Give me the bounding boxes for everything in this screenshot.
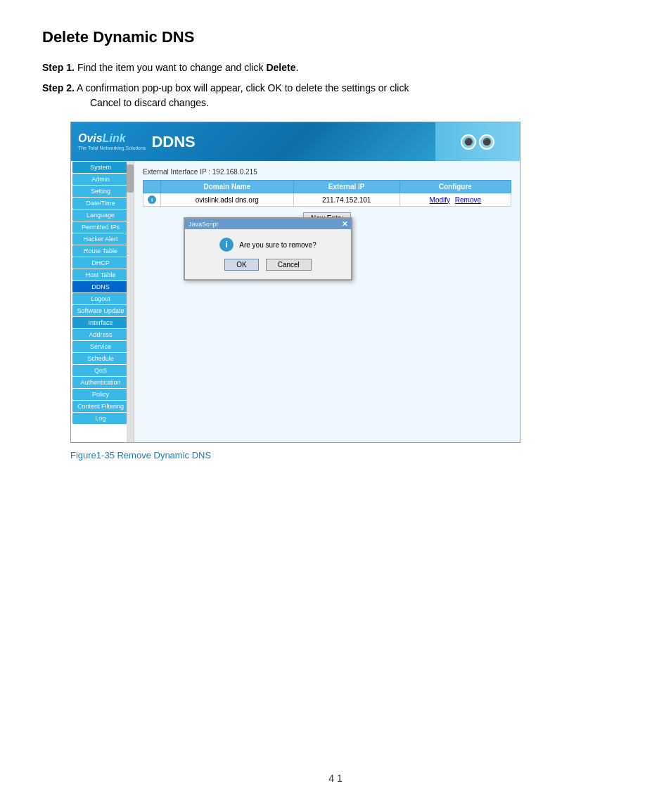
sidebar-item-hacker-alert[interactable]: Hacker Alert bbox=[72, 233, 129, 245]
row-info-icon: i bbox=[148, 195, 156, 204]
sidebar-item-dhcp[interactable]: DHCP bbox=[72, 257, 129, 269]
javascript-popup: JavaScript ✕ i Are you sure to remove? O… bbox=[184, 217, 352, 281]
sidebar-item-route-table[interactable]: Route Table bbox=[72, 245, 129, 257]
sidebar-item-content-filtering[interactable]: Content Filtering bbox=[72, 401, 129, 412]
popup-title: JavaScript bbox=[188, 221, 218, 228]
step1-text: Find the item you want to change and cli… bbox=[77, 60, 298, 75]
sidebar-item-software-update[interactable]: Software Update bbox=[72, 305, 129, 316]
popup-message-text: Are you sure to remove? bbox=[239, 241, 317, 249]
col-icon-header bbox=[143, 181, 161, 193]
popup-info-icon: i bbox=[219, 238, 234, 252]
logo-ovis: Ovis bbox=[78, 132, 103, 144]
globe-icons: ⚫ ⚫ bbox=[461, 134, 494, 150]
popup-buttons: OK Cancel bbox=[224, 259, 312, 271]
sidebar-item-qos[interactable]: QoS bbox=[72, 365, 129, 376]
configure-cell: Modify Remove bbox=[400, 193, 511, 207]
sidebar-item-interface[interactable]: Interface bbox=[72, 317, 129, 328]
external-ip: External Interface IP : 192.168.0.215 bbox=[143, 168, 511, 176]
content-area: External Interface IP : 192.168.0.215 Do… bbox=[134, 161, 520, 442]
ovis-header: OvisLink The Total Networking Solutions … bbox=[71, 122, 520, 161]
logo-sub: The Total Networking Solutions bbox=[78, 146, 146, 150]
figure-caption: Figure1-35 Remove Dynamic DNS bbox=[70, 450, 629, 460]
sidebar: System Admin Setting Date/Time Language … bbox=[71, 161, 134, 442]
step2: Step 2. A confirmation pop-up box will a… bbox=[42, 81, 629, 110]
domain-name-cell: ovislink.adsl dns.org bbox=[161, 193, 294, 207]
step2-line2: Cancel to discard changes. bbox=[90, 96, 629, 110]
sidebar-item-authentication[interactable]: Authentication bbox=[72, 377, 129, 388]
page-title: Delete Dynamic DNS bbox=[42, 28, 629, 46]
sidebar-scrollbar[interactable] bbox=[127, 161, 134, 442]
sidebar-item-ddns[interactable]: DDNS bbox=[72, 281, 129, 292]
sidebar-item-system[interactable]: System bbox=[72, 162, 129, 173]
row-icon-cell: i bbox=[143, 193, 161, 207]
external-ip-cell: 211.74.152.101 bbox=[293, 193, 400, 207]
screenshot-container: OvisLink The Total Networking Solutions … bbox=[70, 122, 520, 443]
sidebar-item-log[interactable]: Log bbox=[72, 413, 129, 424]
screenshot-body: System Admin Setting Date/Time Language … bbox=[71, 161, 520, 442]
step2-text: A confirmation pop-up box will appear, c… bbox=[77, 82, 409, 94]
modify-link[interactable]: Modify bbox=[430, 196, 450, 204]
table-row: i ovislink.adsl dns.org 211.74.152.101 M… bbox=[143, 193, 511, 207]
popup-message: i Are you sure to remove? bbox=[219, 238, 317, 252]
sidebar-item-schedule[interactable]: Schedule bbox=[72, 353, 129, 364]
step1: Step 1. Find the item you want to change… bbox=[42, 60, 629, 75]
ddns-table: Domain Name External IP Configure i ovis… bbox=[143, 180, 511, 207]
sidebar-item-datetime[interactable]: Date/Time bbox=[72, 198, 129, 209]
sidebar-item-logout[interactable]: Logout bbox=[72, 293, 129, 304]
col-external-ip: External IP bbox=[293, 181, 400, 193]
globe-icon-1: ⚫ bbox=[461, 134, 476, 150]
sidebar-item-setting[interactable]: Setting bbox=[72, 186, 129, 197]
ovis-logo: OvisLink The Total Networking Solutions bbox=[78, 133, 146, 150]
col-domain-name: Domain Name bbox=[161, 181, 294, 193]
globe-icon-2: ⚫ bbox=[479, 134, 494, 150]
page-number: 4 1 bbox=[0, 773, 671, 784]
header-ddns-label: DDNS bbox=[151, 133, 195, 151]
remove-link[interactable]: Remove bbox=[455, 196, 481, 204]
sidebar-scroll-thumb[interactable] bbox=[127, 165, 134, 193]
step2-label: Step 2. bbox=[42, 82, 75, 94]
sidebar-item-host-table[interactable]: Host Table bbox=[72, 269, 129, 281]
sidebar-item-admin[interactable]: Admin bbox=[72, 174, 129, 185]
sidebar-item-language[interactable]: Language bbox=[72, 210, 129, 221]
step1-label: Step 1. bbox=[42, 60, 75, 75]
popup-ok-button[interactable]: OK bbox=[224, 259, 258, 271]
popup-titlebar: JavaScript ✕ bbox=[185, 219, 351, 229]
sidebar-item-address[interactable]: Address bbox=[72, 329, 129, 340]
popup-close-button[interactable]: ✕ bbox=[342, 220, 347, 228]
logo-link: Link bbox=[103, 132, 126, 144]
header-right: ⚫ ⚫ bbox=[435, 122, 520, 161]
sidebar-item-policy[interactable]: Policy bbox=[72, 389, 129, 400]
sidebar-item-service[interactable]: Service bbox=[72, 341, 129, 352]
col-configure: Configure bbox=[400, 181, 511, 193]
sidebar-item-permitted-ips[interactable]: Permitted IPs bbox=[72, 221, 129, 233]
popup-body: i Are you sure to remove? OK Cancel bbox=[185, 229, 351, 279]
popup-cancel-button[interactable]: Cancel bbox=[266, 259, 312, 271]
